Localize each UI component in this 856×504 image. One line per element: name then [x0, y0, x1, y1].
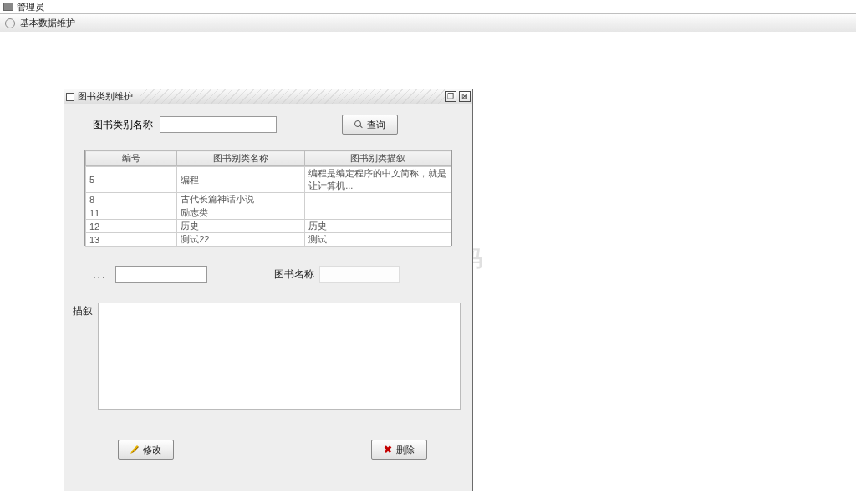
delete-button-label: 删除: [396, 444, 415, 456]
pencil-icon: [130, 445, 139, 454]
table-cell: Hello: [177, 247, 305, 248]
table-row[interactable]: 8古代长篇神话小说: [86, 193, 451, 206]
x-icon: ✖: [384, 444, 392, 456]
table-cell: 14: [86, 247, 177, 248]
category-name-input[interactable]: [319, 266, 400, 283]
table-cell: 编程是编定程序的中文简称，就是让计算机...: [305, 167, 451, 193]
table-cell: 11: [86, 206, 177, 220]
window-body: 图书类别名称 查询 编号 图书别类名称 图书别类描叙: [64, 104, 472, 491]
table-cell: 测试: [305, 233, 451, 247]
search-field-label: 图书类别名称: [93, 118, 153, 132]
action-buttons-row: 修改 ✖ 删除: [118, 440, 427, 460]
workspace: 大头猿源码 图书类别维护 ❐ ⊠ 图书类别名称 查询: [0, 32, 856, 504]
table-cell: 12: [86, 220, 177, 233]
category-id-input[interactable]: [115, 266, 207, 283]
table-cell: 历史: [177, 220, 305, 233]
titlebar-grip: [140, 89, 445, 104]
col-id: 编号: [86, 151, 177, 166]
table-cell: 13: [86, 233, 177, 247]
table-row[interactable]: 14Hellohello: [86, 247, 451, 248]
table-cell: 古代长篇神话小说: [177, 193, 305, 206]
description-label: 描叙: [73, 303, 98, 410]
table-cell: 5: [86, 167, 177, 193]
gear-icon: [5, 18, 15, 28]
description-row: 描叙: [76, 303, 461, 410]
search-icon: [354, 120, 363, 129]
table-cell: hello: [305, 247, 451, 248]
table-cell: 测试22: [177, 233, 305, 247]
close-button[interactable]: ⊠: [459, 91, 471, 102]
id-and-name-row: ... 图书名称: [89, 266, 461, 283]
table-cell: 编程: [177, 167, 305, 193]
table-cell: 励志类: [177, 206, 305, 220]
table-cell: [305, 206, 451, 220]
table-cell: 8: [86, 193, 177, 206]
search-button-label: 查询: [367, 119, 385, 131]
window-title: 图书类别维护: [78, 90, 133, 103]
col-desc: 图书别类描叙: [305, 151, 451, 166]
table-header-row: 编号 图书别类名称 图书别类描叙: [86, 151, 451, 166]
internal-window: 图书类别维护 ❐ ⊠ 图书类别名称 查询: [64, 89, 473, 491]
table-row[interactable]: 11励志类: [86, 206, 451, 220]
table-row[interactable]: 5编程编程是编定程序的中文简称，就是让计算机...: [86, 167, 451, 193]
app-icon: [3, 3, 13, 11]
delete-button[interactable]: ✖ 删除: [371, 440, 427, 460]
modify-button[interactable]: 修改: [118, 440, 174, 460]
name-field-label: 图书名称: [274, 267, 314, 282]
window-titlebar[interactable]: 图书类别维护 ❐ ⊠: [64, 89, 472, 104]
modify-button-label: 修改: [143, 444, 161, 456]
table-cell: 历史: [305, 220, 451, 233]
menu-basic-data[interactable]: 基本数据维护: [20, 17, 75, 29]
search-row: 图书类别名称 查询: [93, 115, 461, 135]
category-name-search-input[interactable]: [160, 116, 277, 133]
app-title: 管理员: [17, 1, 44, 13]
window-icon: [66, 93, 74, 101]
table-row[interactable]: 13测试22测试: [86, 233, 451, 247]
maximize-button[interactable]: ❐: [445, 91, 456, 102]
table-cell: [305, 193, 451, 206]
app-titlebar: 管理员: [0, 0, 856, 13]
menubar: 基本数据维护: [0, 13, 856, 32]
col-name: 图书别类名称: [177, 151, 305, 166]
table-row[interactable]: 12历史历史: [86, 220, 451, 233]
description-textarea[interactable]: [98, 303, 461, 410]
id-field-label: ...: [89, 268, 110, 281]
search-button[interactable]: 查询: [342, 115, 398, 135]
category-table[interactable]: 编号 图书别类名称 图书别类描叙 5编程编程是编定程序的中文简称，就是让计算机.…: [84, 150, 452, 246]
